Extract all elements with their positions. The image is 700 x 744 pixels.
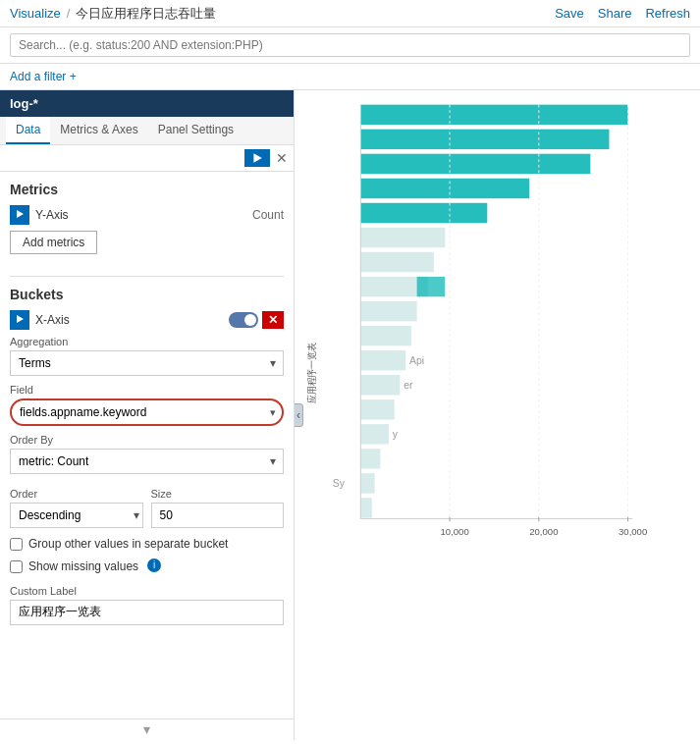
- bucket-expand-icon[interactable]: [10, 310, 29, 330]
- svg-text:y: y: [393, 429, 399, 440]
- svg-text:Api: Api: [409, 355, 424, 366]
- svg-rect-7: [360, 203, 487, 223]
- size-label: Size: [151, 488, 285, 500]
- tab-data[interactable]: Data: [6, 117, 50, 144]
- close-button[interactable]: ✕: [276, 151, 288, 165]
- breadcrumb-title: 今日应用程序日志吞吐量: [76, 5, 216, 23]
- metric-y-axis-label: Y-Axis: [35, 208, 69, 222]
- order-size-row: Order Descending Ascending Size: [10, 482, 284, 528]
- save-button[interactable]: Save: [555, 6, 584, 21]
- svg-rect-21: [360, 449, 380, 468]
- aggregation-select-wrap: Terms Date Histogram Histogram Range Fil…: [10, 350, 284, 376]
- group-other-label: Group other values in separate bucket: [28, 536, 228, 553]
- show-missing-checkbox[interactable]: [10, 560, 23, 573]
- buckets-title: Buckets: [10, 287, 284, 302]
- panel-tabs: Data Metrics & Axes Panel Settings: [0, 117, 294, 145]
- breadcrumb-sep: /: [67, 6, 71, 21]
- metrics-title: Metrics: [10, 182, 284, 197]
- add-metrics-button[interactable]: Add metrics: [10, 231, 97, 254]
- svg-text:30,000: 30,000: [619, 526, 647, 537]
- chart-area: Api er y Sy 10,000: [295, 90, 700, 740]
- order-select-wrap: Descending Ascending: [10, 503, 143, 528]
- breadcrumb: Visualize / 今日应用程序日志吞吐量: [10, 5, 216, 23]
- size-input[interactable]: [151, 503, 285, 528]
- order-by-select[interactable]: metric: Count metric: Sum Custom: [10, 449, 284, 474]
- field-input-wrap: ▾: [10, 399, 284, 426]
- svg-rect-11: [417, 277, 446, 296]
- svg-rect-12: [360, 301, 416, 321]
- svg-rect-14: [360, 350, 405, 370]
- breadcrumb-link[interactable]: Visualize: [10, 6, 61, 21]
- svg-rect-13: [360, 326, 411, 345]
- svg-rect-8: [360, 228, 445, 247]
- order-by-select-wrap: metric: Count metric: Sum Custom: [10, 449, 284, 474]
- svg-rect-4: [360, 130, 609, 149]
- panel-content: Metrics Y-Axis Count Add metrics Buckets: [0, 172, 294, 718]
- size-input-wrap: [151, 503, 285, 528]
- svg-rect-3: [360, 105, 627, 125]
- filter-bar: Add a filter +: [0, 64, 700, 90]
- show-missing-row: Show missing values i: [10, 558, 284, 575]
- panel-header: log-*: [0, 90, 294, 117]
- bucket-toggle[interactable]: [229, 312, 258, 328]
- svg-rect-16: [360, 375, 400, 395]
- bucket-x-axis-label: X-Axis: [35, 313, 70, 327]
- svg-marker-2: [17, 315, 24, 323]
- size-col: Size: [151, 482, 285, 528]
- svg-rect-18: [360, 399, 394, 419]
- share-button[interactable]: Share: [598, 6, 632, 21]
- svg-rect-19: [360, 424, 389, 444]
- svg-text:20,000: 20,000: [529, 526, 558, 537]
- plus-icon: +: [70, 70, 77, 83]
- svg-rect-24: [360, 498, 371, 517]
- svg-text:Sy: Sy: [333, 478, 346, 489]
- custom-label-section: Custom Label: [10, 585, 284, 625]
- order-label: Order: [10, 488, 143, 500]
- svg-marker-1: [17, 210, 24, 218]
- svg-rect-5: [360, 154, 590, 174]
- aggregation-label: Aggregation: [10, 336, 284, 347]
- panel-toolbar: ✕: [0, 145, 294, 172]
- divider: [10, 276, 284, 277]
- order-col: Order Descending Ascending: [10, 482, 143, 528]
- group-other-row: Group other values in separate bucket: [10, 536, 284, 553]
- add-filter-button[interactable]: Add a filter +: [10, 70, 77, 83]
- svg-rect-9: [360, 252, 434, 272]
- bucket-x-axis-row: X-Axis ✕: [10, 310, 284, 330]
- field-label: Field: [10, 384, 284, 396]
- refresh-button[interactable]: Refresh: [645, 6, 690, 21]
- order-select[interactable]: Descending Ascending: [10, 503, 143, 528]
- top-actions: Save Share Refresh: [555, 6, 690, 21]
- run-button[interactable]: [244, 149, 270, 167]
- info-icon[interactable]: i: [147, 558, 161, 572]
- field-input[interactable]: [10, 399, 284, 426]
- custom-label-input-wrap: [10, 600, 284, 625]
- show-missing-label: Show missing values: [28, 558, 138, 575]
- collapse-button[interactable]: ‹: [295, 403, 303, 427]
- tab-panel-settings[interactable]: Panel Settings: [148, 117, 243, 144]
- metric-expand-icon[interactable]: [10, 205, 29, 225]
- tab-metrics-axes[interactable]: Metrics & Axes: [50, 117, 147, 144]
- svg-text:10,000: 10,000: [441, 526, 469, 537]
- chart-svg: Api er y Sy 10,000: [304, 100, 661, 701]
- top-bar: Visualize / 今日应用程序日志吞吐量 Save Share Refre…: [0, 0, 700, 27]
- svg-marker-0: [253, 153, 261, 163]
- svg-text:er: er: [404, 380, 413, 391]
- left-panel: log-* Data Metrics & Axes Panel Settings…: [0, 90, 295, 740]
- search-bar-container: [0, 27, 700, 64]
- search-input[interactable]: [10, 33, 690, 57]
- custom-label-input[interactable]: [10, 600, 284, 625]
- metric-y-axis-type: Count: [252, 208, 284, 222]
- custom-label-title: Custom Label: [10, 585, 284, 597]
- main-layout: log-* Data Metrics & Axes Panel Settings…: [0, 90, 700, 740]
- svg-rect-6: [360, 179, 529, 198]
- scroll-down-icon[interactable]: ▾: [143, 721, 150, 738]
- scroll-arrows: ▾: [0, 718, 294, 740]
- group-other-checkbox[interactable]: [10, 538, 23, 551]
- order-by-label: Order By: [10, 434, 284, 446]
- bucket-delete-button[interactable]: ✕: [262, 311, 284, 329]
- aggregation-select[interactable]: Terms Date Histogram Histogram Range Fil…: [10, 350, 284, 376]
- right-panel: ‹: [295, 90, 700, 740]
- metric-y-axis-row: Y-Axis Count: [10, 205, 284, 225]
- svg-rect-22: [360, 473, 374, 493]
